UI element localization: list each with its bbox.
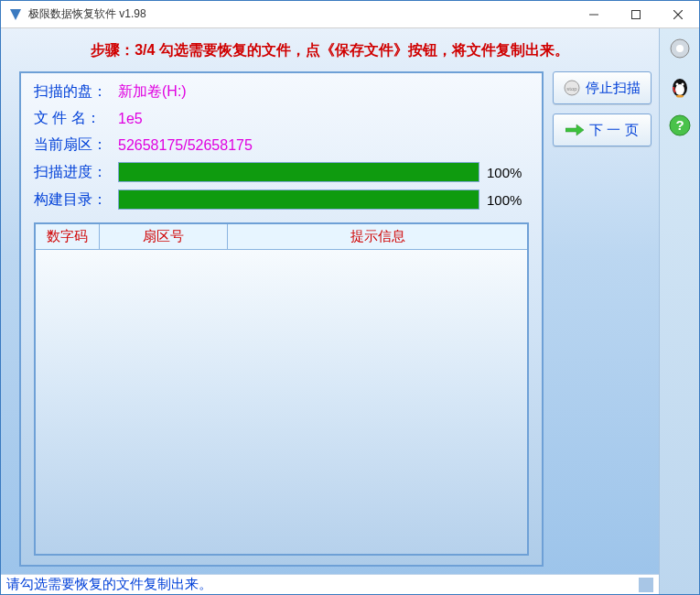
sector-row: 当前扇区： 52658175/52658175 bbox=[34, 135, 529, 155]
build-progress-bar bbox=[118, 189, 479, 210]
svg-point-12 bbox=[676, 95, 684, 98]
app-window: 极限数据恢复软件 v1.98 步骤：3/4 勾选需要恢复的文件，点《保存文件》按… bbox=[0, 0, 700, 595]
scan-panel: 扫描的盘： 新加卷(H:) 文 件 名： 1e5 当前扇区： 52658175/… bbox=[19, 71, 544, 567]
action-column: stop 停止扫描 下 一 页 bbox=[553, 71, 652, 567]
arrow-right-icon bbox=[565, 124, 584, 136]
result-table: 数字码 扇区号 提示信息 bbox=[34, 222, 529, 556]
help-icon[interactable]: ? bbox=[665, 111, 695, 140]
disk-row: 扫描的盘： 新加卷(H:) bbox=[34, 82, 529, 102]
sector-label: 当前扇区： bbox=[34, 135, 118, 155]
status-hint: 请勾选需要恢复的文件复制出来。 bbox=[6, 576, 212, 593]
scan-progress-label: 扫描进度： bbox=[34, 163, 118, 182]
scan-progress-fill bbox=[119, 163, 479, 181]
build-progress-label: 构建目录： bbox=[34, 190, 118, 210]
status-bar: 请勾选需要恢复的文件复制出来。 bbox=[1, 574, 659, 594]
scan-progress-bar bbox=[118, 162, 479, 182]
col-message[interactable]: 提示信息 bbox=[228, 224, 527, 249]
col-digitcode[interactable]: 数字码 bbox=[36, 224, 100, 249]
filename-row: 文 件 名： 1e5 bbox=[34, 109, 529, 128]
disk-value: 新加卷(H:) bbox=[118, 82, 187, 102]
main-area: 步骤：3/4 勾选需要恢复的文件，点《保存文件》按钮，将文件复制出来。 扫描的盘… bbox=[1, 28, 659, 594]
scroll-stub[interactable] bbox=[639, 578, 653, 592]
disk-label: 扫描的盘： bbox=[34, 82, 118, 102]
svg-point-11 bbox=[681, 83, 684, 86]
next-page-button[interactable]: 下 一 页 bbox=[553, 114, 652, 146]
close-button[interactable] bbox=[657, 1, 699, 27]
build-progress-fill bbox=[119, 190, 479, 209]
svg-point-10 bbox=[675, 83, 678, 86]
build-progress-row: 构建目录： 100% bbox=[34, 189, 529, 210]
window-title: 极限数据恢复软件 v1.98 bbox=[28, 6, 573, 22]
minimize-button[interactable] bbox=[573, 1, 615, 27]
settings-icon[interactable] bbox=[665, 34, 695, 63]
svg-text:stop: stop bbox=[566, 86, 577, 92]
stop-scan-label: 停止扫描 bbox=[586, 80, 641, 97]
window-controls bbox=[573, 1, 699, 27]
stop-scan-button[interactable]: stop 停止扫描 bbox=[553, 71, 652, 104]
step-banner: 步骤：3/4 勾选需要恢复的文件，点《保存文件》按钮，将文件复制出来。 bbox=[1, 28, 659, 71]
right-sidebar: ? bbox=[659, 28, 699, 594]
svg-point-7 bbox=[676, 45, 684, 52]
filename-label: 文 件 名： bbox=[34, 109, 118, 128]
sector-value: 52658175/52658175 bbox=[118, 137, 253, 154]
qq-icon[interactable] bbox=[665, 72, 695, 102]
scan-progress-row: 扫描进度： 100% bbox=[34, 162, 529, 182]
svg-rect-1 bbox=[632, 10, 641, 18]
content-row: 扫描的盘： 新加卷(H:) 文 件 名： 1e5 当前扇区： 52658175/… bbox=[1, 71, 659, 574]
filename-value: 1e5 bbox=[118, 111, 143, 127]
next-page-label: 下 一 页 bbox=[589, 122, 638, 139]
titlebar: 极限数据恢复软件 v1.98 bbox=[1, 1, 699, 28]
svg-text:?: ? bbox=[675, 117, 684, 133]
table-header: 数字码 扇区号 提示信息 bbox=[36, 224, 527, 250]
build-progress-pct: 100% bbox=[487, 192, 529, 208]
body: 步骤：3/4 勾选需要恢复的文件，点《保存文件》按钮，将文件复制出来。 扫描的盘… bbox=[1, 28, 699, 594]
app-icon bbox=[8, 7, 23, 22]
stop-icon: stop bbox=[564, 80, 580, 96]
maximize-button[interactable] bbox=[615, 1, 657, 27]
table-body bbox=[36, 250, 527, 554]
scan-progress-pct: 100% bbox=[487, 165, 529, 180]
col-sector[interactable]: 扇区号 bbox=[100, 224, 228, 249]
svg-point-9 bbox=[675, 84, 684, 95]
